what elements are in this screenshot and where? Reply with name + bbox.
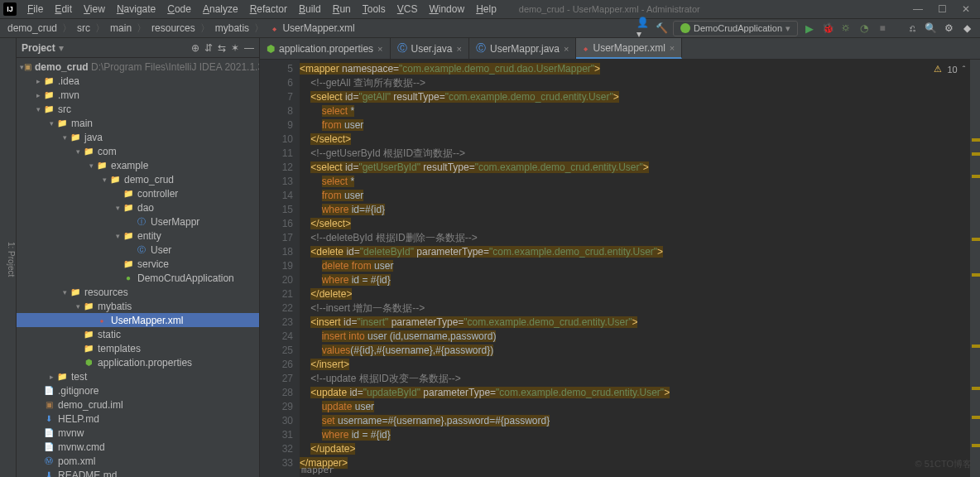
collapse-icon[interactable]: ⇆ — [218, 42, 226, 54]
ide-icon[interactable]: ◆ — [960, 22, 973, 35]
tree-item[interactable]: ⬢application.properties — [17, 355, 259, 369]
menu-window[interactable]: Window — [423, 3, 470, 15]
run-icon[interactable]: ▶ — [803, 22, 816, 35]
tree-item[interactable]: 📁static — [17, 327, 259, 341]
editor-area: ⬢ application.properties ×Ⓒ User.java ×Ⓒ… — [260, 38, 980, 477]
tree-root[interactable]: ▾▣demo_crud D:\Program Files\IntelliJ ID… — [17, 60, 259, 74]
tree-item[interactable]: ⬇HELP.md — [17, 412, 259, 426]
menu-view[interactable]: View — [78, 3, 111, 15]
watermark: © 51CTO博客 — [915, 458, 972, 470]
tree-item-selected[interactable]: ⬥UserMapper.xml — [17, 313, 259, 327]
navbar: demo_crud〉src〉main〉resources〉mybatis〉⬥ U… — [0, 18, 980, 38]
tree-item[interactable]: ▾📁src — [17, 102, 259, 116]
project-tree[interactable]: ▾▣demo_crud D:\Program Files\IntelliJ ID… — [17, 58, 259, 477]
tree-item[interactable]: ▾📁main — [17, 116, 259, 130]
tree-item[interactable]: ▾📁dao — [17, 200, 259, 214]
breadcrumb-part[interactable]: mybatis — [213, 22, 252, 34]
tree-item[interactable]: ▾📁com — [17, 144, 259, 158]
menu-edit[interactable]: Edit — [49, 3, 78, 15]
chevron-down-icon[interactable]: ▾ — [59, 42, 64, 54]
user-icon[interactable]: 👤▾ — [637, 22, 650, 35]
build-icon[interactable]: 🔨 — [655, 22, 668, 35]
breadcrumb-part[interactable]: ⬥ UserMapper.xml — [267, 22, 358, 34]
menu-run[interactable]: Run — [327, 3, 357, 15]
stop-icon[interactable]: ■ — [876, 22, 889, 35]
scroll-marks[interactable] — [970, 60, 980, 477]
minimize-icon[interactable]: ― — [913, 3, 923, 15]
tree-item[interactable]: ▾📁entity — [17, 229, 259, 243]
tree-item[interactable]: ▾📁mybatis — [17, 299, 259, 313]
tree-item[interactable]: 📁service — [17, 257, 259, 271]
breadcrumb-part[interactable]: resources — [149, 22, 198, 34]
tree-item[interactable]: ▸📁.mvn — [17, 88, 259, 102]
tree-item[interactable]: ⒸUser — [17, 243, 259, 257]
window-title: demo_crud - UserMapper.xml - Administrat… — [519, 4, 700, 14]
project-panel-title: Project — [22, 42, 55, 54]
close-icon[interactable]: ✕ — [962, 3, 970, 15]
tab-User-java[interactable]: Ⓒ User.java × — [391, 38, 469, 59]
tree-item[interactable]: ▸📁test — [17, 369, 259, 383]
run-config-select[interactable]: DemoCrudApplication ▾ — [673, 21, 798, 36]
tree-item[interactable]: ▾📁example — [17, 158, 259, 172]
gear-icon[interactable]: ✶ — [231, 42, 239, 54]
tree-item[interactable]: 📄.gitignore — [17, 383, 259, 398]
app-logo-icon: IJ — [3, 2, 17, 16]
search-icon[interactable]: 🔍 — [924, 22, 937, 35]
settings-icon[interactable]: ⚙ — [942, 22, 955, 35]
menu-navigate[interactable]: Navigate — [111, 3, 161, 15]
target-icon[interactable]: ⊕ — [191, 42, 199, 54]
menu-refactor[interactable]: Refactor — [244, 3, 293, 15]
breadcrumb-hint[interactable]: mapper — [301, 465, 334, 475]
menu-code[interactable]: Code — [161, 3, 197, 15]
tree-item[interactable]: ▾📁java — [17, 130, 259, 144]
breadcrumb-part[interactable]: demo_crud — [5, 22, 60, 34]
tree-item[interactable]: ▸📁.idea — [17, 74, 259, 88]
project-panel: Project ▾ ⊕ ⇵ ⇆ ✶ — ▾▣demo_crud D:\Progr… — [17, 38, 260, 477]
menu-build[interactable]: Build — [293, 3, 327, 15]
tree-item[interactable]: ●DemoCrudApplication — [17, 271, 259, 285]
tree-item[interactable]: 📁templates — [17, 341, 259, 355]
springboot-icon — [680, 23, 690, 33]
menu-tools[interactable]: Tools — [357, 3, 392, 15]
menu-vcs[interactable]: VCS — [392, 3, 424, 15]
tab-UserMapper-xml[interactable]: ⬥ UserMapper.xml × — [576, 38, 682, 59]
menu-analyze[interactable]: Analyze — [197, 3, 244, 15]
project-tool-button[interactable]: 1: Project — [7, 242, 16, 277]
breadcrumb: demo_crud〉src〉main〉resources〉mybatis〉⬥ U… — [0, 22, 358, 36]
run-config-label: DemoCrudApplication — [694, 23, 782, 33]
up-icon[interactable]: ˆ — [963, 65, 966, 75]
profile-icon[interactable]: ◔ — [858, 22, 871, 35]
tree-item[interactable]: Ⓜpom.xml — [17, 454, 259, 468]
vcs-icon[interactable]: ⎌ — [906, 22, 919, 35]
warning-icon: ⚠ — [934, 64, 942, 75]
tree-item[interactable]: ▣demo_crud.iml — [17, 398, 259, 412]
tab-UserMappr-java[interactable]: Ⓒ UserMappr.java × — [469, 38, 576, 59]
menubar: IJ FileEditViewNavigateCodeAnalyzeRefact… — [0, 0, 980, 18]
maximize-icon[interactable]: ☐ — [938, 3, 947, 15]
tree-item[interactable]: 📄mvnw — [17, 426, 259, 440]
menu-help[interactable]: Help — [470, 3, 502, 15]
close-tab-icon[interactable]: × — [377, 44, 382, 54]
coverage-icon[interactable]: ⛭ — [839, 22, 853, 35]
close-tab-icon[interactable]: × — [564, 44, 569, 54]
close-tab-icon[interactable]: × — [670, 43, 675, 53]
inspection-widget[interactable]: ⚠ 10 ˆ ˇ — [934, 64, 973, 75]
close-tab-icon[interactable]: × — [457, 44, 462, 54]
tree-item[interactable]: ⒾUserMappr — [17, 214, 259, 229]
code-editor[interactable]: <mapper namespace="com.example.demo_crud… — [300, 60, 980, 477]
tree-item[interactable]: ⬇README.md — [17, 468, 259, 477]
tree-item[interactable]: ▾📁demo_crud — [17, 172, 259, 186]
warning-count: 10 — [947, 65, 957, 75]
tab-application-properties[interactable]: ⬢ application.properties × — [260, 38, 391, 59]
left-gutter: 1: Project Structure Favorites — [0, 38, 17, 477]
debug-icon[interactable]: 🐞 — [821, 22, 834, 35]
editor-tabs: ⬢ application.properties ×Ⓒ User.java ×Ⓒ… — [260, 38, 980, 60]
tree-item[interactable]: 📁controller — [17, 186, 259, 200]
breadcrumb-part[interactable]: main — [108, 22, 134, 34]
tree-item[interactable]: ▾📁resources — [17, 285, 259, 299]
expand-icon[interactable]: ⇵ — [204, 42, 213, 54]
breadcrumb-part[interactable]: src — [74, 22, 93, 34]
menu-file[interactable]: File — [22, 3, 49, 15]
tree-item[interactable]: 📄mvnw.cmd — [17, 440, 259, 454]
hide-icon[interactable]: — — [244, 42, 254, 54]
